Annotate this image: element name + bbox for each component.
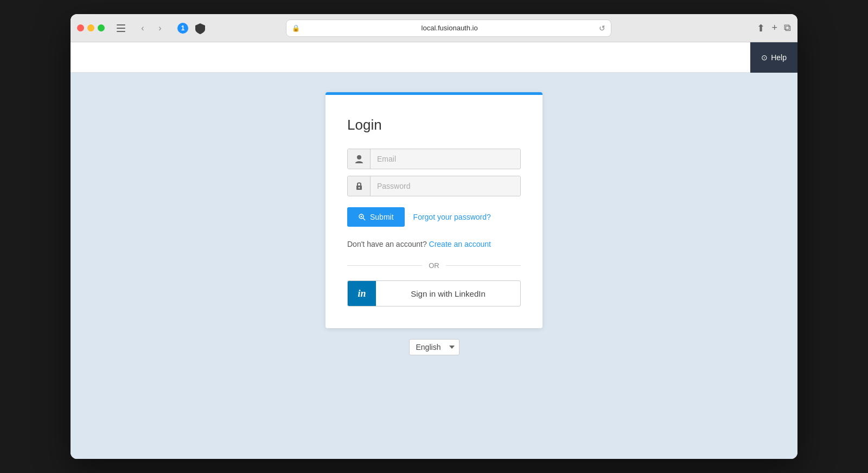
page-header: ⊙ Help xyxy=(71,42,797,73)
language-dropdown[interactable]: English French German Spanish xyxy=(409,339,459,355)
svg-rect-2 xyxy=(117,31,125,32)
no-account-text: Don't have an account? xyxy=(347,240,427,248)
divider-line-right xyxy=(446,265,521,266)
address-bar[interactable]: 🔒 local.fusionauth.io ↺ xyxy=(286,20,611,37)
forgot-password-link[interactable]: Forgot your password? xyxy=(413,213,491,221)
svg-point-5 xyxy=(357,155,361,159)
page-content: Login xyxy=(71,73,797,459)
email-input[interactable] xyxy=(371,149,520,169)
create-account-link[interactable]: Create an account xyxy=(429,240,491,248)
shield-icon[interactable] xyxy=(194,22,207,35)
linkedin-label: Sign in with LinkedIn xyxy=(376,283,520,305)
help-circle-icon: ⊙ xyxy=(761,53,768,62)
tabs-icon[interactable]: ⧉ xyxy=(784,22,791,34)
traffic-lights xyxy=(77,24,105,31)
login-card: Login xyxy=(326,92,542,328)
minimize-button[interactable] xyxy=(87,24,94,31)
submit-label: Submit xyxy=(370,213,394,221)
svg-point-7 xyxy=(358,187,360,189)
lock-field-icon xyxy=(348,176,371,196)
submit-key-icon xyxy=(358,213,366,221)
card-body: Login xyxy=(326,95,542,328)
maximize-button[interactable] xyxy=(98,24,105,31)
back-button[interactable]: ‹ xyxy=(135,21,150,36)
register-row: Don't have an account? Create an account xyxy=(347,240,521,248)
share-icon[interactable]: ⬆ xyxy=(757,22,765,34)
password-input-wrapper xyxy=(347,176,521,196)
submit-button[interactable]: Submit xyxy=(347,207,405,227)
or-text: OR xyxy=(429,261,439,270)
url-text: local.fusionauth.io xyxy=(303,24,596,32)
nav-buttons: ‹ › xyxy=(135,21,168,36)
forward-button[interactable]: › xyxy=(152,21,168,36)
help-label: Help xyxy=(771,53,787,62)
browser-toolbar: ‹ › 1 🔒 local.fusionauth.io ↺ ⬆ xyxy=(71,14,797,42)
help-button[interactable]: ⊙ Help xyxy=(750,42,797,73)
linkedin-icon: in xyxy=(348,281,376,306)
actions-row: Submit Forgot your password? xyxy=(347,207,521,227)
lock-icon: 🔒 xyxy=(292,24,300,32)
svg-line-10 xyxy=(363,218,365,220)
sidebar-toggle-icon[interactable] xyxy=(113,21,129,36)
svg-rect-0 xyxy=(117,24,125,25)
password-form-group xyxy=(347,176,521,196)
svg-point-9 xyxy=(361,216,362,218)
or-divider: OR xyxy=(347,261,521,270)
email-input-wrapper xyxy=(347,149,521,169)
email-form-group xyxy=(347,149,521,169)
language-selector: English French German Spanish xyxy=(409,339,459,355)
new-tab-icon[interactable]: + xyxy=(771,22,777,34)
password-input[interactable] xyxy=(371,176,520,196)
extension-icons: 1 xyxy=(176,22,207,35)
linkedin-button[interactable]: in Sign in with LinkedIn xyxy=(347,280,521,306)
svg-rect-1 xyxy=(117,28,125,29)
password-manager-icon[interactable]: 1 xyxy=(176,22,189,35)
divider-line-left xyxy=(347,265,422,266)
toolbar-right: ⬆ + ⧉ xyxy=(757,22,791,34)
user-icon xyxy=(348,149,371,169)
close-button[interactable] xyxy=(77,24,84,31)
login-title: Login xyxy=(347,117,521,133)
refresh-icon[interactable]: ↺ xyxy=(599,24,605,33)
svg-text:1: 1 xyxy=(181,24,185,32)
